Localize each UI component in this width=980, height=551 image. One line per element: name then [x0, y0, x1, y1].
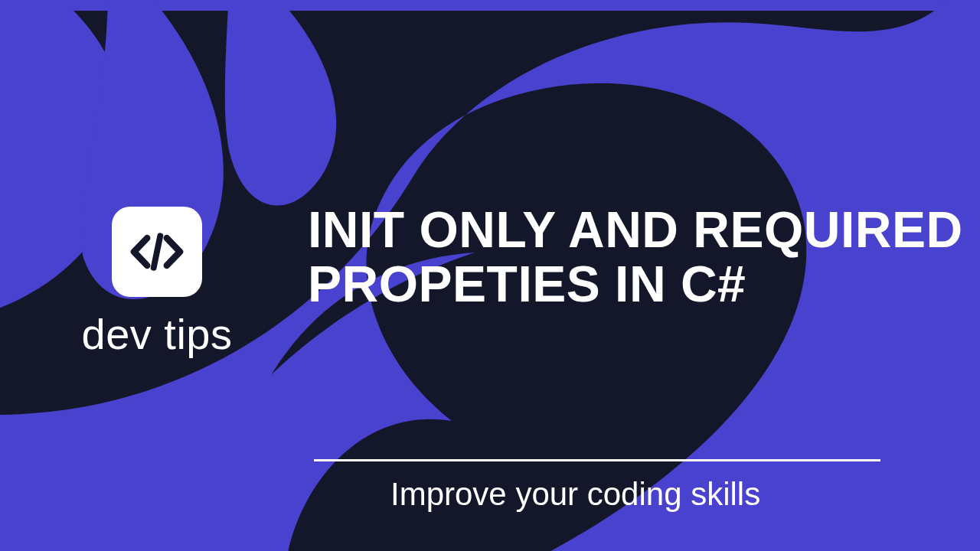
headline-block: INIT ONLY AND REQUIRED PROPETIES IN C# — [308, 203, 966, 312]
headline-title: INIT ONLY AND REQUIRED PROPETIES IN C# — [308, 203, 966, 312]
brand-logo: dev tips — [31, 207, 283, 359]
headline-subtitle: Improve your coding skills — [390, 476, 760, 513]
code-icon — [112, 207, 202, 297]
brand-name: dev tips — [82, 309, 233, 359]
divider — [314, 459, 880, 461]
